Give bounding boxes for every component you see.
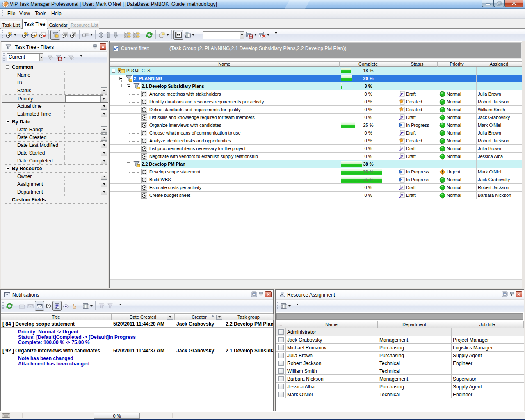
toolbar-grid-save-button[interactable]	[245, 30, 258, 40]
collapse-icon[interactable]	[6, 65, 9, 69]
resource-row-jessica-alba[interactable]: Jessica AlbaPurchasingSupply Agent	[276, 383, 524, 390]
filter-row-by-date[interactable]: By Date	[2, 118, 108, 126]
toolbar-overflow-button[interactable]	[295, 305, 299, 310]
task-row-negotiate-with-vendors-to-establish-supply-relationship[interactable]: Negotiate with vendors to establish supp…	[110, 153, 522, 160]
notification-row[interactable]: [ 84 ] Develop scope statement5/20/2011 …	[1, 320, 273, 328]
column-header-task-group[interactable]: Task group	[224, 314, 274, 320]
notifications-clock-small-button[interactable]	[44, 301, 52, 311]
task-row-identify-durations-and-resources-requirements-per-activity[interactable]: Identify durations and resources require…	[110, 98, 522, 106]
column-header-job-title[interactable]: Job title	[451, 321, 524, 328]
filter-row-date-completed[interactable]: Date Completed	[2, 157, 108, 165]
filter-dropdown-button[interactable]	[101, 134, 107, 141]
filter-dropdown-button[interactable]	[101, 103, 107, 110]
toolbar-pie-button[interactable]	[158, 30, 170, 40]
column-header-name[interactable]: Name	[285, 321, 378, 328]
filter-row-date-last-modified[interactable]: Date Last Modified	[2, 142, 108, 149]
combobox-dropdown-button[interactable]	[240, 32, 244, 39]
filter-dropdown-button[interactable]	[101, 181, 107, 187]
row-checkbox[interactable]	[278, 337, 284, 342]
filter-row-date-created[interactable]: Date Created	[2, 134, 108, 142]
task-row-organize-interviews-with-candidates[interactable]: Organize interviews with candidates25 %I…	[110, 121, 522, 129]
notifications-refresh-button[interactable]	[5, 301, 14, 311]
task-row-list-skills-and-knowledge-required-for-team-members[interactable]: List skills and knowledge required for t…	[110, 114, 522, 121]
collapse-icon[interactable]	[112, 69, 115, 73]
task-row-develop-scope-statement[interactable]: Develop scope statement75 %In ProgressUr…	[110, 168, 522, 176]
task-row-2-2-develop-pm-plan[interactable]: 2.2 Develop PM Plan38 %	[110, 160, 522, 168]
notifications-columns-button[interactable]	[82, 301, 94, 311]
column-header-name[interactable]: Name	[110, 62, 340, 67]
pin-icon[interactable]	[92, 44, 98, 50]
collapse-icon[interactable]	[119, 77, 123, 80]
filter-row-date-started[interactable]: Date Started	[2, 149, 108, 157]
row-checkbox[interactable]	[278, 361, 284, 366]
toolbar-arrow-down-button[interactable]	[112, 30, 119, 40]
notifications-eye-button[interactable]	[62, 301, 70, 311]
filter-row-date-range[interactable]: Date Range	[2, 126, 108, 134]
notifications-mail-button[interactable]	[35, 301, 44, 311]
filter-dropdown-button[interactable]	[100, 96, 107, 102]
menu-file[interactable]: File	[7, 10, 16, 17]
tab-calendar[interactable]: Calendar	[48, 21, 68, 29]
filter-dropdown-button[interactable]	[101, 126, 107, 133]
current-filter-checkbox[interactable]	[113, 46, 119, 51]
collapse-icon[interactable]	[6, 167, 9, 170]
row-checkbox[interactable]	[278, 368, 284, 374]
toolbar-overflow-button[interactable]	[274, 34, 277, 39]
collapse-icon[interactable]	[6, 120, 9, 123]
toolbar-task-new2-button[interactable]	[21, 30, 30, 40]
toolbar-overflow-button[interactable]	[118, 305, 121, 310]
pin-icon[interactable]	[509, 291, 514, 298]
filter-dropdown-button[interactable]	[101, 173, 107, 180]
filter-row-status[interactable]: Status	[2, 87, 108, 95]
column-header-complete[interactable]: Complete	[340, 62, 397, 67]
toolbar-columns-button[interactable]	[183, 30, 195, 40]
filter-row-estimated-time[interactable]: Estimated Time	[2, 110, 108, 118]
filter-row-priority[interactable]: Priority	[2, 95, 108, 103]
toolbar-tree-collapse-button[interactable]	[123, 30, 132, 40]
toolbar-task-new-button[interactable]	[5, 30, 17, 40]
close-panel-button[interactable]	[265, 291, 272, 297]
toolbar-filter-funnel-button[interactable]	[50, 30, 60, 40]
toolbar-tree-expand-button[interactable]	[132, 30, 141, 40]
pin-icon[interactable]	[258, 291, 264, 298]
toolbar-task-delete-button[interactable]	[38, 30, 47, 40]
task-row-build-wbs[interactable]: Build WBS75 %In ProgressNormalJack Grabo…	[110, 176, 522, 184]
toolbar-task-up-button[interactable]	[69, 30, 78, 40]
notification-row[interactable]: [ 92 ] Organize interviews with candidat…	[1, 347, 273, 354]
filter-row-by-resource[interactable]: By Resource	[2, 165, 108, 173]
task-row-projects[interactable]: PROJECTS18 %	[110, 67, 522, 75]
filter-dropdown-button[interactable]	[101, 158, 107, 164]
column-header-priority[interactable]: Priority	[438, 62, 476, 67]
task-row-arrange-meetings-with-stakeholders[interactable]: Arrange meetings with stakeholders0 %Dra…	[110, 90, 522, 98]
menu-view[interactable]: View	[18, 10, 31, 17]
resource-row-jack-grabovsky[interactable]: Jack GrabovskyManagementProject Manager	[276, 336, 524, 344]
minimize-button[interactable]	[482, 0, 494, 7]
filter-dropdown-button[interactable]	[101, 150, 107, 156]
column-header-department[interactable]: Department	[378, 321, 451, 328]
filter-dropdown-button[interactable]	[101, 87, 107, 94]
resource-row-michael-romanov[interactable]: Michael RomanovPurchasingLogistics Manag…	[276, 344, 524, 352]
toolbar-fit-width-button[interactable]	[173, 30, 183, 40]
filter-dropdown-button[interactable]	[216, 315, 222, 320]
tab-task-list[interactable]: Task List	[1, 21, 21, 29]
toolbar-arrow-updown-button[interactable]	[97, 30, 105, 40]
task-row-list-procurement-items-necessary-for-the-project[interactable]: List procurement items necessary for the…	[110, 145, 522, 153]
restore-panel-button[interactable]	[502, 291, 508, 298]
notifications-text-lines-button[interactable]	[52, 301, 62, 311]
tab-resource-list[interactable]: Resource List	[70, 21, 99, 29]
task-row-choose-what-means-of-communication-to-use[interactable]: Choose what means of communication to us…	[110, 129, 522, 137]
filter-row-common[interactable]: Common	[2, 64, 108, 71]
filter-row-owner[interactable]: Owner	[2, 173, 108, 180]
task-row-2-planning[interactable]: 2. PLANNING20 %	[110, 75, 522, 82]
filter-preset-combobox[interactable]: Current	[7, 53, 43, 61]
row-checkbox[interactable]	[278, 329, 284, 335]
task-row-create-budget-sheet[interactable]: Create budget sheet0 %DraftNormalBarbara…	[110, 192, 522, 199]
resource-row-julia-brown[interactable]: Julia BrownPurchasingSupply Agent	[276, 352, 524, 359]
restore-panel-button[interactable]	[251, 291, 257, 298]
filter-row-assignment[interactable]: Assignment	[2, 180, 108, 188]
column-header-title[interactable]: Title	[1, 314, 112, 320]
task-row-2-1-develop-subsidiary-plans[interactable]: 2.1 Develop Subsidiary Plans3 %	[110, 82, 522, 90]
toolbar-layout-combobox[interactable]	[203, 31, 244, 39]
toolbar-task-edit-button[interactable]	[30, 30, 38, 40]
filter-value-input[interactable]	[65, 95, 103, 102]
